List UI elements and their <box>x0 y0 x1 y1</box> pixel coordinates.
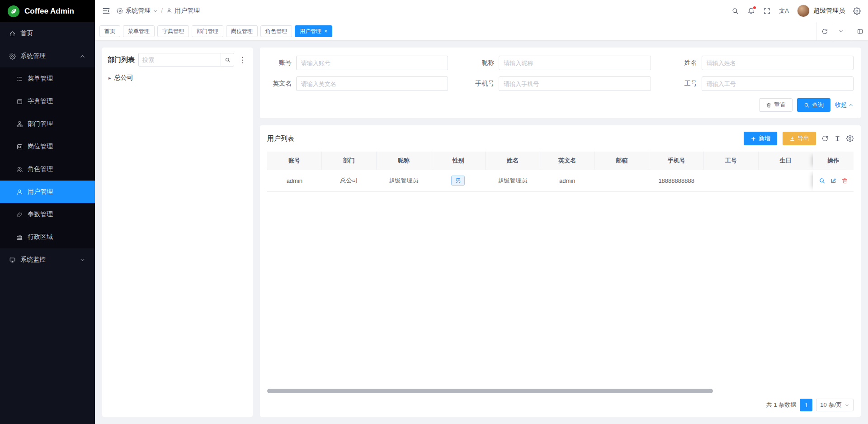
sidebar-item-label: 首页 <box>20 29 33 38</box>
sidebar-item-label: 部门管理 <box>28 120 53 128</box>
field-label: 英文名 <box>267 80 296 88</box>
tab-dict-mgmt[interactable]: 字典管理 <box>157 25 189 37</box>
user-menu[interactable]: 超级管理员 <box>797 5 845 17</box>
tab-dept-mgmt[interactable]: 部门管理 <box>192 25 223 37</box>
column-settings-gear-icon[interactable] <box>846 135 854 142</box>
sidebar-item-home[interactable]: 首页 <box>0 22 95 45</box>
tab-close-icon[interactable]: × <box>324 29 327 34</box>
col-name[interactable]: 姓名 <box>486 152 540 170</box>
search-icon <box>225 57 231 63</box>
sidebar-item-admin-region[interactable]: 行政区域 <box>0 226 95 248</box>
user-icon <box>16 189 23 195</box>
table-row[interactable]: admin 总公司 超级管理员 男 超级管理员 admin 1888888888… <box>267 170 854 191</box>
sidebar-item-menu-mgmt[interactable]: 菜单管理 <box>0 67 95 90</box>
col-birthday[interactable]: 生日 <box>758 152 813 170</box>
sidebar: Coffee Admin 首页 系统管理 菜单管理 字典管理 <box>0 0 95 424</box>
sidebar-item-system-management[interactable]: 系统管理 <box>0 45 95 67</box>
export-button[interactable]: 导出 <box>783 132 816 145</box>
col-gender[interactable]: 性别 <box>431 152 486 170</box>
refresh-icon[interactable] <box>816 22 833 40</box>
chevron-down-icon <box>79 257 86 263</box>
field-account: 账号 <box>267 56 448 70</box>
app-root: Coffee Admin 首页 系统管理 菜单管理 字典管理 <box>0 0 868 424</box>
col-department[interactable]: 部门 <box>322 152 377 170</box>
col-job-number[interactable]: 工号 <box>704 152 759 170</box>
tab-post-mgmt[interactable]: 岗位管理 <box>226 25 258 37</box>
english-name-input[interactable] <box>296 76 448 91</box>
menu-fold-icon[interactable] <box>102 7 110 15</box>
delete-icon[interactable] <box>841 177 848 184</box>
cell-account: admin <box>267 170 322 191</box>
refresh-icon[interactable] <box>821 135 829 142</box>
field-nickname: 昵称 <box>470 56 651 70</box>
page-size-select[interactable]: 10 条/页 <box>816 399 854 411</box>
collapse-link-label: 收起 <box>835 101 847 109</box>
sidebar-item-label: 行政区域 <box>28 233 53 241</box>
position-badge-icon <box>16 143 23 150</box>
gear-icon <box>9 53 16 60</box>
sidebar-item-dept-mgmt[interactable]: 部门管理 <box>0 113 95 135</box>
department-panel: 部门列表 ⋮ ▸ 总公司 <box>102 48 253 417</box>
field-label: 手机号 <box>470 80 499 88</box>
sidebar-item-param-mgmt[interactable]: 参数管理 <box>0 203 95 226</box>
cell-gender: 男 <box>431 170 486 191</box>
gender-tag: 男 <box>451 176 465 186</box>
nickname-input[interactable] <box>499 56 651 70</box>
dept-tree-node-root[interactable]: ▸ 总公司 <box>108 72 247 84</box>
breadcrumb-section-label: 系统管理 <box>125 7 151 15</box>
user-list-toolbar: 新增 导出 <box>744 132 854 145</box>
settings-gear-icon[interactable] <box>853 7 861 15</box>
view-icon[interactable] <box>819 177 826 184</box>
tab-home[interactable]: 首页 <box>99 25 120 37</box>
col-account[interactable]: 账号 <box>267 152 322 170</box>
cell-english-name: admin <box>540 170 594 191</box>
tree-expander-icon[interactable]: ▸ <box>108 75 111 81</box>
col-phone[interactable]: 手机号 <box>649 152 704 170</box>
tabs-dropdown-chevron-icon[interactable] <box>833 22 849 40</box>
search-icon[interactable] <box>731 7 739 15</box>
sidebar-item-label: 菜单管理 <box>28 75 53 83</box>
reset-button-label: 重置 <box>774 101 786 109</box>
tab-role-mgmt[interactable]: 角色管理 <box>260 25 292 37</box>
phone-input[interactable] <box>499 76 651 91</box>
row-height-icon[interactable] <box>834 135 841 142</box>
horizontal-scrollbar-thumb[interactable] <box>267 389 713 393</box>
sidebar-item-dict-mgmt[interactable]: 字典管理 <box>0 90 95 113</box>
sidebar-item-label: 用户管理 <box>28 188 53 196</box>
tab-user-mgmt[interactable]: 用户管理 × <box>295 25 332 37</box>
add-user-button[interactable]: 新增 <box>744 132 777 145</box>
breadcrumb-section[interactable]: 系统管理 <box>117 7 158 15</box>
col-email[interactable]: 邮箱 <box>594 152 649 170</box>
col-nickname[interactable]: 昵称 <box>376 152 431 170</box>
sidebar-item-user-mgmt[interactable]: 用户管理 <box>0 181 95 203</box>
collapse-link[interactable]: 收起 <box>835 101 854 109</box>
page-number-button[interactable]: 1 <box>800 399 812 411</box>
name-input[interactable] <box>702 56 854 70</box>
field-label: 姓名 <box>673 59 702 67</box>
field-label: 昵称 <box>470 59 499 67</box>
search-button-label: 查询 <box>812 101 824 109</box>
sidebar-item-post-mgmt[interactable]: 岗位管理 <box>0 135 95 158</box>
department-search-input[interactable] <box>138 53 221 67</box>
job-number-input[interactable] <box>702 76 854 91</box>
notifications-bell-icon[interactable] <box>747 7 755 15</box>
filter-panel: 账号 昵称 姓名 英文名 <box>260 48 861 118</box>
col-english-name[interactable]: 英文名 <box>540 152 594 170</box>
department-panel-title: 部门列表 <box>108 56 135 64</box>
account-input[interactable] <box>296 56 448 70</box>
department-panel-header: 部门列表 ⋮ <box>108 53 247 67</box>
fullscreen-icon[interactable] <box>763 7 771 15</box>
tab-label: 字典管理 <box>162 28 184 35</box>
tab-menu-mgmt[interactable]: 菜单管理 <box>123 25 155 37</box>
edit-icon[interactable] <box>830 177 837 184</box>
sidebar-item-label: 岗位管理 <box>28 143 53 151</box>
page-size-value: 10 条/页 <box>820 401 842 409</box>
sidebar-item-role-mgmt[interactable]: 角色管理 <box>0 158 95 181</box>
layout-panel-icon[interactable] <box>852 22 868 40</box>
more-options-icon[interactable]: ⋮ <box>238 56 247 64</box>
sidebar-item-system-monitor[interactable]: 系统监控 <box>0 248 95 271</box>
translate-icon[interactable]: 文A <box>779 7 789 15</box>
search-button[interactable]: 查询 <box>797 98 830 112</box>
reset-button[interactable]: 重置 <box>759 98 793 112</box>
department-search-button[interactable] <box>221 53 234 67</box>
